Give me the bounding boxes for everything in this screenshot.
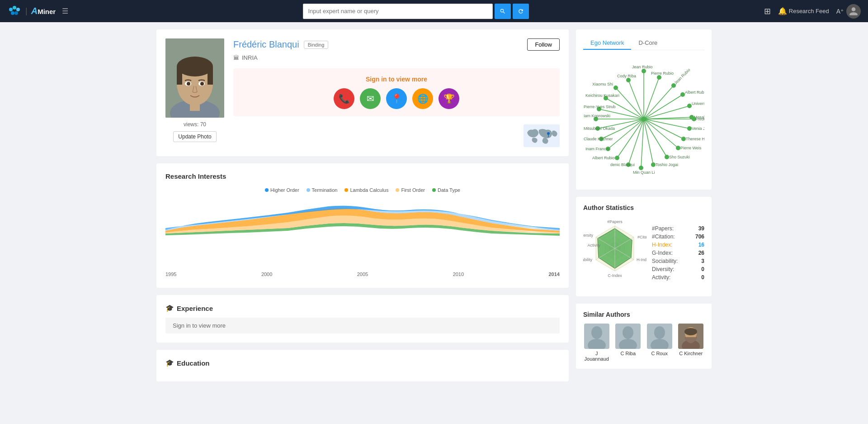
tab-ego-network[interactable]: Ego Network — [583, 37, 631, 50]
research-feed-btn[interactable]: 🔔 Research Feed — [778, 7, 829, 15]
grid-icon[interactable]: ⊞ — [764, 6, 771, 16]
similar-author-jouannaud-avatar — [584, 324, 609, 349]
riba-name: C Riba — [620, 351, 636, 356]
stat-diversity-label: Diversity: — [652, 266, 674, 272]
x-label-2000: 2000 — [261, 272, 272, 277]
svg-point-104 — [591, 326, 602, 339]
svg-point-0 — [9, 8, 13, 11]
svg-text:Inam Francis: Inam Francis — [585, 147, 609, 151]
svg-point-83 — [642, 69, 646, 73]
sign-in-prompt: Sign in to view more — [241, 76, 552, 83]
svg-point-15 — [200, 82, 204, 86]
hamburger-icon[interactable]: ☰ — [62, 7, 68, 15]
svg-point-80 — [626, 78, 631, 82]
x-label-1995: 1995 — [165, 272, 176, 277]
svg-point-77 — [613, 86, 618, 90]
legend-label-first-order: First Order — [401, 187, 425, 193]
similar-author-jouannaud[interactable]: J Jouannaud — [583, 324, 610, 362]
svg-point-2 — [16, 8, 20, 11]
svg-line-79 — [628, 80, 644, 119]
acgest-logo — [7, 4, 22, 19]
chart-legend: Higher Order Termination Lambda Calculus… — [165, 187, 560, 193]
svg-text:Albert Rubio: Albert Rubio — [685, 90, 704, 95]
legend-label-termination: Termination — [312, 187, 338, 193]
chart-x-labels: 1995 2000 2005 2010 2014 — [165, 270, 560, 279]
user-avatar — [846, 4, 861, 19]
stat-papers: #Papers: 39 — [652, 224, 704, 233]
svg-line-22 — [644, 95, 683, 119]
svg-point-115 — [684, 328, 697, 335]
svg-point-107 — [623, 326, 633, 339]
world-map-icon — [524, 124, 560, 147]
ego-network-card: Ego Network D-Core Jean Rubio Albert Rub… — [576, 29, 712, 190]
svg-text:Claude Kirchner: Claude Kirchner — [584, 137, 613, 141]
svg-text:Keichirou Kusakari: Keichirou Kusakari — [585, 93, 619, 98]
search-input[interactable] — [303, 4, 493, 19]
svg-text:Iam Koprowski: Iam Koprowski — [584, 114, 610, 118]
legend-label-lambda: Lambda Calculus — [350, 187, 388, 193]
location-button[interactable]: 📍 — [386, 88, 407, 109]
svg-point-110 — [654, 326, 665, 339]
radar-svg: #Papers #Citation H-Index C-Index Sociab… — [583, 217, 646, 289]
stat-hindex: H-Index: 16 — [652, 241, 704, 249]
svg-text:Therese Hardi: Therese Hardi — [686, 137, 704, 141]
svg-point-47 — [651, 162, 656, 167]
kirchner-avatar-svg — [678, 324, 703, 349]
svg-text:Cody Riba: Cody Riba — [617, 74, 636, 78]
stat-gindex-label: G-Index: — [652, 250, 673, 256]
radar-chart: #Papers #Citation H-Index C-Index Sociab… — [583, 217, 646, 289]
search-container — [303, 4, 529, 19]
svg-text:Diversity: Diversity — [583, 233, 593, 238]
map-area — [233, 121, 560, 147]
similar-author-roux-avatar — [647, 324, 672, 349]
svg-point-3 — [11, 11, 14, 15]
svg-point-35 — [681, 137, 686, 141]
education-label: Education — [177, 359, 210, 367]
legend-dot-higher-order — [265, 188, 269, 192]
profile-face-svg — [165, 38, 224, 118]
aminer-logo: AMiner — [31, 6, 56, 16]
experience-sign-in: Sign in to view more — [165, 318, 560, 333]
svg-text:Albert Rubio: Albert Rubio — [592, 156, 615, 160]
svg-text:Universite Paris: Universite Paris — [692, 101, 704, 106]
education-card: 🎓 Education — [156, 350, 569, 381]
legend-termination: Termination — [307, 187, 338, 193]
phone-button[interactable]: 📞 — [334, 88, 354, 109]
profile-name: Frédéric Blanqui — [233, 39, 299, 50]
similar-author-kirchner[interactable]: C Kirchner — [678, 324, 705, 362]
stat-diversity-value: 0 — [701, 266, 704, 272]
legend-data-type: Data Type — [432, 187, 460, 193]
search-button[interactable] — [495, 4, 511, 19]
similar-author-riba[interactable]: C Riba — [615, 324, 642, 362]
user-menu[interactable]: A⁺ — [836, 4, 861, 19]
legend-lambda: Lambda Calculus — [344, 187, 388, 193]
legend-label-data-type: Data Type — [438, 187, 460, 193]
stat-activity: Activity: 0 — [652, 273, 704, 281]
email-button[interactable]: ✉ — [360, 88, 381, 109]
trophy-button[interactable]: 🏆 — [439, 88, 459, 109]
research-interests-card: Research Interests Higher Order Terminat… — [156, 163, 569, 288]
jouannaud-name: J Jouannaud — [583, 351, 610, 362]
stat-citation-value: 706 — [695, 233, 704, 240]
follow-button[interactable]: Follow — [527, 38, 560, 51]
similar-authors-title: Similar Authors — [583, 311, 704, 318]
svg-point-4 — [14, 11, 18, 15]
institution-name: INRIA — [242, 54, 258, 61]
similar-author-roux[interactable]: C Roux — [646, 324, 673, 362]
research-interests-title: Research Interests — [165, 172, 560, 180]
views-count: views: 70 — [184, 121, 206, 128]
web-button[interactable]: 🌐 — [412, 88, 433, 109]
stat-gindex-value: 26 — [698, 250, 704, 256]
main-content: views: 70 Update Photo Frédéric Blanqui … — [149, 22, 719, 389]
legend-dot-first-order — [396, 188, 399, 192]
refresh-button[interactable] — [513, 4, 529, 19]
edu-grad-cap-icon: 🎓 — [165, 359, 174, 367]
navbar-divider: | — [25, 6, 28, 16]
svg-text:Jean Rubio: Jean Rubio — [632, 65, 653, 69]
tab-d-core[interactable]: D-Core — [631, 37, 665, 50]
update-photo-button[interactable]: Update Photo — [173, 131, 216, 142]
svg-point-17 — [547, 132, 550, 135]
similar-authors-grid: J Jouannaud C Riba — [583, 324, 704, 362]
svg-point-50 — [639, 166, 643, 170]
svg-text:C-Index: C-Index — [608, 273, 622, 278]
